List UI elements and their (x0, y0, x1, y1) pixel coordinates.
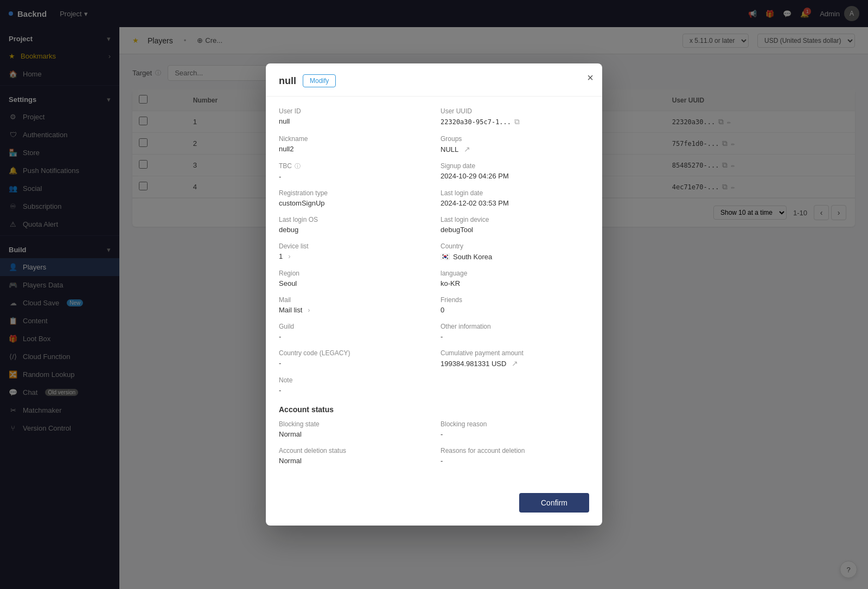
blocking-reason-value: - (441, 430, 589, 438)
region-group: Region Seoul (279, 270, 427, 287)
uuid-copy-icon[interactable]: ⧉ (514, 117, 520, 126)
mail-label: Mail (279, 296, 427, 304)
country-label: Country (441, 242, 589, 250)
nickname-group: Nickname null2 (279, 135, 427, 153)
groups-label: Groups (441, 135, 589, 143)
blocking-state-value: Normal (279, 430, 427, 438)
field-row-id: User ID null User UUID 22320a30-95c7-1..… (279, 107, 589, 126)
language-label: language (441, 270, 589, 277)
region-label: Region (279, 270, 427, 277)
last-login-os-label: Last login OS (279, 216, 427, 223)
reasons-for-deletion-value: - (441, 457, 589, 465)
field-row-login-os: Last login OS debug Last login device de… (279, 216, 589, 234)
user-uuid-group: User UUID 22320a30-95c7-1... ⧉ (441, 107, 589, 126)
field-row-nickname: Nickname null2 Groups NULL ↗ (279, 135, 589, 153)
registration-type-group: Registration type customSignUp (279, 189, 427, 207)
device-list-arrow-icon[interactable]: › (288, 252, 290, 260)
user-uuid-value: 22320a30-95c7-1... ⧉ (441, 117, 589, 126)
user-id-value: null (279, 117, 427, 125)
account-deletion-status-label: Account deletion status (279, 447, 427, 454)
signup-date-label: Signup date (441, 162, 589, 170)
country-code-group: Country code (LEGACY) - (279, 349, 427, 367)
groups-external-link-icon[interactable]: ↗ (464, 145, 470, 153)
blocking-state-label: Blocking state (279, 420, 427, 428)
nickname-value: null2 (279, 145, 427, 153)
field-row-tbc: TBC ⓘ - Signup date 2024-10-29 04:26 PM (279, 162, 589, 181)
user-id-label: User ID (279, 107, 427, 115)
mail-arrow-icon[interactable]: › (308, 306, 310, 314)
country-code-value: - (279, 359, 427, 367)
last-login-device-label: Last login device (441, 216, 589, 223)
field-row-deletion: Account deletion status Normal Reasons f… (279, 447, 589, 465)
modal-body: User ID null User UUID 22320a30-95c7-1..… (266, 97, 602, 484)
guild-label: Guild (279, 323, 427, 330)
device-list-label: Device list (279, 242, 427, 250)
country-code-label: Country code (LEGACY) (279, 349, 427, 357)
note-group: Note - (279, 376, 427, 394)
field-row-guild: Guild - Other information - (279, 323, 589, 341)
account-deletion-status-value: Normal (279, 457, 427, 465)
tbc-group: TBC ⓘ - (279, 162, 427, 181)
groups-value: NULL ↗ (441, 145, 589, 153)
last-login-date-label: Last login date (441, 189, 589, 197)
field-row-region: Region Seoul language ko-KR (279, 270, 589, 287)
other-info-label: Other information (441, 323, 589, 330)
uuid-display: 22320a30-95c7-1... (441, 118, 511, 126)
language-value: ko-KR (441, 279, 589, 287)
country-flag: 🇰🇷 (441, 252, 450, 261)
cumulative-payment-group: Cumulative payment amount 199384.981331 … (441, 349, 589, 368)
reasons-for-deletion-group: Reasons for account deletion - (441, 447, 589, 465)
account-status-title: Account status (279, 405, 589, 414)
registration-type-label: Registration type (279, 189, 427, 197)
confirm-button[interactable]: Confirm (519, 493, 589, 513)
guild-group: Guild - (279, 323, 427, 341)
groups-group: Groups NULL ↗ (441, 135, 589, 153)
last-login-device-group: Last login device debugTool (441, 216, 589, 234)
blocking-reason-label: Blocking reason (441, 420, 589, 428)
modal-close-button[interactable]: × (587, 72, 593, 83)
country-group: Country 🇰🇷 South Korea (441, 242, 589, 261)
mail-group: Mail Mail list › (279, 296, 427, 314)
field-row-registration: Registration type customSignUp Last logi… (279, 189, 589, 207)
note-value: - (279, 386, 427, 394)
guild-value: - (279, 332, 427, 341)
last-login-date-group: Last login date 2024-12-02 03:53 PM (441, 189, 589, 207)
field-row-country-code: Country code (LEGACY) - Cumulative payme… (279, 349, 589, 368)
last-login-device-value: debugTool (441, 226, 589, 234)
other-info-value: - (441, 332, 589, 341)
player-detail-modal: null Modify × User ID null User UUID 223… (266, 63, 602, 526)
app-container: Backnd Project ▾ 📢 🎁 💬 🔔1 Admin A Projec… (0, 0, 868, 589)
user-id-group: User ID null (279, 107, 427, 125)
friends-value: 0 (441, 306, 589, 314)
last-login-os-group: Last login OS debug (279, 216, 427, 234)
blocking-reason-group: Blocking reason - (441, 420, 589, 438)
friends-label: Friends (441, 296, 589, 304)
field-row-blocking: Blocking state Normal Blocking reason - (279, 420, 589, 438)
device-list-value: 1 › (279, 252, 427, 260)
cumulative-payment-link-icon[interactable]: ↗ (512, 359, 518, 368)
modal-title: null (279, 75, 296, 87)
device-list-group: Device list 1 › (279, 242, 427, 260)
registration-type-value: customSignUp (279, 199, 427, 207)
blocking-state-group: Blocking state Normal (279, 420, 427, 438)
signup-date-group: Signup date 2024-10-29 04:26 PM (441, 162, 589, 180)
tbc-label: TBC ⓘ (279, 162, 427, 170)
region-value: Seoul (279, 279, 427, 287)
field-row-mail: Mail Mail list › Friends 0 (279, 296, 589, 314)
cumulative-payment-value: 199384.981331 USD ↗ (441, 359, 589, 368)
tbc-value: - (279, 172, 427, 181)
user-uuid-label: User UUID (441, 107, 589, 115)
cumulative-payment-label: Cumulative payment amount (441, 349, 589, 357)
modify-button[interactable]: Modify (303, 74, 336, 87)
country-value: 🇰🇷 South Korea (441, 252, 589, 261)
modal-overlay: null Modify × User ID null User UUID 223… (0, 0, 868, 589)
language-group: language ko-KR (441, 270, 589, 287)
tbc-info-icon[interactable]: ⓘ (295, 163, 301, 169)
nickname-label: Nickname (279, 135, 427, 143)
reasons-for-deletion-label: Reasons for account deletion (441, 447, 589, 454)
friends-group: Friends 0 (441, 296, 589, 314)
modal-footer: Confirm (266, 484, 602, 526)
last-login-os-value: debug (279, 226, 427, 234)
signup-date-value: 2024-10-29 04:26 PM (441, 172, 589, 180)
note-label: Note (279, 376, 427, 384)
